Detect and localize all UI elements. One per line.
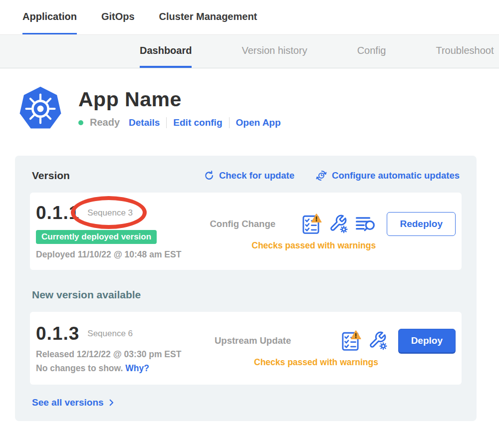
clock-sync-icon (315, 170, 327, 182)
details-link[interactable]: Details (129, 117, 160, 128)
available-version-card: 0.1.3 Sequence 6 Released 12/12/22 @ 03:… (30, 312, 462, 385)
check-for-update-button[interactable]: Check for update (204, 170, 294, 182)
currently-deployed-badge: Currently deployed version (36, 230, 157, 244)
deployed-timestamp: Deployed 11/10/22 @ 10:48 am EST (36, 249, 207, 260)
why-link[interactable]: Why? (125, 363, 149, 373)
open-app-link[interactable]: Open App (236, 117, 281, 128)
no-changes-text: No changes to show. (36, 363, 123, 373)
divider (166, 117, 167, 128)
new-version-heading: New version available (32, 289, 462, 301)
available-version-sequence: Sequence 6 (87, 329, 133, 339)
app-name-title: App Name (78, 88, 281, 111)
nav-item-cluster-management[interactable]: Cluster Management (159, 0, 257, 34)
primary-nav: Application GitOps Cluster Management (0, 0, 499, 35)
app-tabs: Dashboard Version history Config Trouble… (0, 35, 499, 68)
check-for-update-label: Check for update (219, 170, 294, 181)
redeploy-button[interactable]: Redeploy (387, 212, 456, 236)
tab-troubleshoot[interactable]: Troubleshoot (436, 35, 494, 68)
kubernetes-logo (17, 85, 63, 133)
red-circle-annotation (71, 196, 147, 229)
available-version-number: 0.1.3 (36, 323, 79, 344)
status-dot-icon (78, 120, 83, 125)
nav-item-gitops[interactable]: GitOps (101, 0, 135, 34)
divider (229, 117, 230, 128)
checks-status-text: Checks passed with warnings (251, 240, 376, 251)
version-panel: Version Check for update (15, 156, 477, 421)
current-version-card: 0.1.1 Sequence 3 Currently deployed vers… (30, 193, 462, 270)
deploy-button[interactable]: Deploy (398, 329, 456, 353)
panel-title: Version (32, 170, 70, 182)
current-version-number: 0.1.1 (36, 203, 79, 224)
app-header: App Name Ready Details Edit config Open … (17, 85, 499, 133)
wrench-gear-icon[interactable] (329, 214, 349, 234)
status-badge: Ready (90, 117, 120, 128)
lines-magnifier-icon[interactable] (356, 215, 377, 233)
version-source-label: Upstream Update (215, 335, 307, 346)
version-source-label: Config Change (210, 219, 302, 229)
chevron-right-icon (107, 398, 116, 407)
edit-config-link[interactable]: Edit config (173, 117, 222, 128)
tab-config[interactable]: Config (357, 35, 386, 68)
preflight-checklist-icon[interactable] (302, 214, 322, 234)
preflight-checklist-icon[interactable] (341, 330, 361, 351)
tab-version-history[interactable]: Version history (242, 35, 307, 68)
configure-automatic-updates-label: Configure automatic updates (332, 170, 460, 181)
wrench-gear-icon[interactable] (368, 331, 388, 351)
refresh-icon (204, 170, 215, 181)
nav-item-application[interactable]: Application (22, 0, 77, 34)
released-timestamp: Released 12/12/22 @ 03:30 pm EST (36, 349, 212, 360)
see-all-versions-label: See all versions (32, 397, 104, 408)
see-all-versions-link[interactable]: See all versions (32, 397, 116, 408)
checks-status-text: Checks passed with warnings (254, 357, 378, 368)
configure-automatic-updates-button[interactable]: Configure automatic updates (315, 170, 460, 182)
tab-dashboard[interactable]: Dashboard (140, 35, 192, 68)
no-changes-row: No changes to show. Why? (36, 363, 212, 374)
